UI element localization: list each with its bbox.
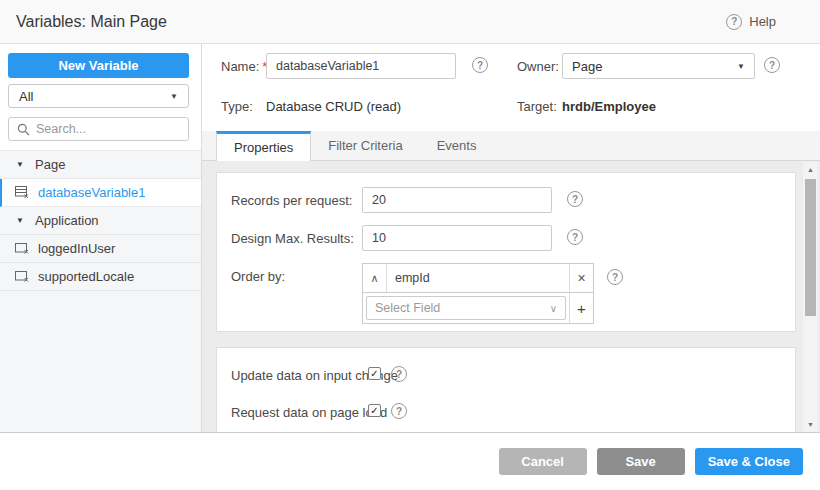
- variable-filter-dropdown[interactable]: All ▼: [8, 84, 189, 108]
- tree-group-label: Application: [35, 213, 99, 228]
- help-button[interactable]: ? Help: [726, 14, 776, 30]
- chevron-down-icon: ∨: [550, 303, 557, 314]
- tree-item-label: databaseVariable1: [38, 185, 145, 200]
- sort-ascending-button[interactable]: ∧: [363, 264, 387, 292]
- records-per-request-label: Records per request:: [231, 193, 352, 208]
- owner-dropdown[interactable]: Page ▼: [562, 53, 755, 79]
- tree-group-page[interactable]: ▼ Page: [0, 151, 201, 179]
- detail-tabs: Properties Filter Criteria Events: [202, 131, 820, 161]
- tree-item-label: loggedInUser: [38, 241, 115, 256]
- variables-tree: ▼ Page databaseVariable1: [0, 150, 201, 432]
- scrollbar-thumb[interactable]: [805, 179, 816, 316]
- design-max-results-label: Design Max. Results:: [231, 231, 354, 246]
- design-max-help-icon[interactable]: ?: [567, 229, 583, 245]
- name-help-icon[interactable]: ?: [472, 57, 488, 73]
- name-label: Name:*: [221, 59, 267, 74]
- type-label: Type:: [221, 99, 253, 114]
- request-on-load-label: Request data on page load: [231, 405, 387, 420]
- save-and-close-button[interactable]: Save & Close: [695, 448, 803, 475]
- update-on-input-checkbox[interactable]: ✓: [368, 367, 381, 380]
- vertical-scrollbar[interactable]: ▲ ▼: [803, 162, 818, 432]
- cancel-button[interactable]: Cancel: [499, 448, 587, 475]
- tree-item-loggedinuser[interactable]: loggedInUser: [0, 235, 201, 263]
- save-button[interactable]: Save: [597, 448, 685, 475]
- data-settings-panel: Records per request: ? Design Max. Resul…: [216, 172, 796, 332]
- variables-sidebar: New Variable All ▼ ▼ Page: [0, 44, 202, 432]
- type-value: Database CRUD (read): [266, 99, 401, 114]
- select-field-dropdown[interactable]: Select Field ∨: [366, 296, 566, 320]
- tree-group-application[interactable]: ▼ Application: [0, 207, 201, 235]
- caret-down-icon: ▼: [170, 92, 178, 101]
- order-by-widget: ∧ × Select Field ∨ +: [362, 263, 594, 324]
- tree-item-supportedlocale[interactable]: supportedLocale: [0, 263, 201, 291]
- order-by-help-icon[interactable]: ?: [607, 269, 623, 285]
- order-by-add-row: Select Field ∨ +: [362, 293, 594, 324]
- target-label: Target:: [517, 99, 557, 114]
- dialog-footer: Cancel Save Save & Close: [0, 432, 820, 490]
- request-on-load-checkbox[interactable]: ✓: [368, 404, 381, 417]
- scroll-down-arrow-icon[interactable]: ▼: [803, 421, 818, 428]
- collapse-caret-icon: ▼: [16, 160, 26, 169]
- records-help-icon[interactable]: ?: [567, 191, 583, 207]
- tree-group-label: Page: [35, 157, 65, 172]
- dialog-body: New Variable All ▼ ▼ Page: [0, 44, 820, 432]
- target-value: hrdb/Employee: [562, 99, 656, 114]
- name-field[interactable]: [266, 53, 456, 79]
- variable-icon: [15, 270, 29, 283]
- database-variable-icon: [15, 186, 29, 199]
- tree-item-databasevariable1[interactable]: databaseVariable1: [0, 179, 201, 207]
- variable-icon: [15, 242, 29, 255]
- variables-dialog: Variables: Main Page ? Help New Variable…: [0, 0, 820, 490]
- variable-summary-form: Name:* ? Owner:* Page ▼ ? Type: Database…: [202, 44, 820, 131]
- select-field-placeholder: Select Field: [375, 301, 440, 315]
- variable-filter-value: All: [19, 89, 33, 104]
- order-by-field-input[interactable]: [387, 264, 569, 292]
- collapse-caret-icon: ▼: [16, 216, 26, 225]
- variable-detail-pane: Name:* ? Owner:* Page ▼ ? Type: Database…: [202, 44, 820, 432]
- dialog-header: Variables: Main Page ? Help: [0, 0, 820, 44]
- help-circle-icon: ?: [726, 14, 742, 30]
- tree-item-label: supportedLocale: [38, 269, 134, 284]
- help-label: Help: [749, 14, 776, 29]
- update-on-input-help-icon[interactable]: ?: [391, 366, 407, 382]
- order-by-label: Order by:: [231, 269, 285, 284]
- tab-filter-criteria[interactable]: Filter Criteria: [311, 131, 419, 160]
- owner-help-icon[interactable]: ?: [764, 57, 780, 73]
- variable-search-box: [8, 117, 189, 141]
- search-input[interactable]: [36, 122, 180, 136]
- properties-scroll-area: Records per request: ? Design Max. Resul…: [202, 161, 820, 432]
- owner-value: Page: [572, 59, 602, 74]
- tab-properties[interactable]: Properties: [216, 131, 311, 161]
- behavior-panel: Update data on input change ✓ ? Request …: [216, 347, 796, 432]
- design-max-results-field[interactable]: [362, 225, 552, 251]
- add-order-field-button[interactable]: +: [569, 293, 593, 323]
- remove-order-field-button[interactable]: ×: [569, 264, 593, 292]
- new-variable-button[interactable]: New Variable: [8, 53, 189, 78]
- scroll-up-arrow-icon[interactable]: ▲: [803, 166, 818, 173]
- records-per-request-field[interactable]: [362, 187, 552, 213]
- tab-events[interactable]: Events: [420, 131, 494, 160]
- owner-label: Owner:*: [517, 59, 567, 74]
- page-title: Variables: Main Page: [16, 13, 167, 31]
- order-by-row: ∧ ×: [362, 263, 594, 293]
- caret-down-icon: ▼: [737, 62, 745, 71]
- request-on-load-help-icon[interactable]: ?: [391, 403, 407, 419]
- search-icon: [17, 123, 30, 136]
